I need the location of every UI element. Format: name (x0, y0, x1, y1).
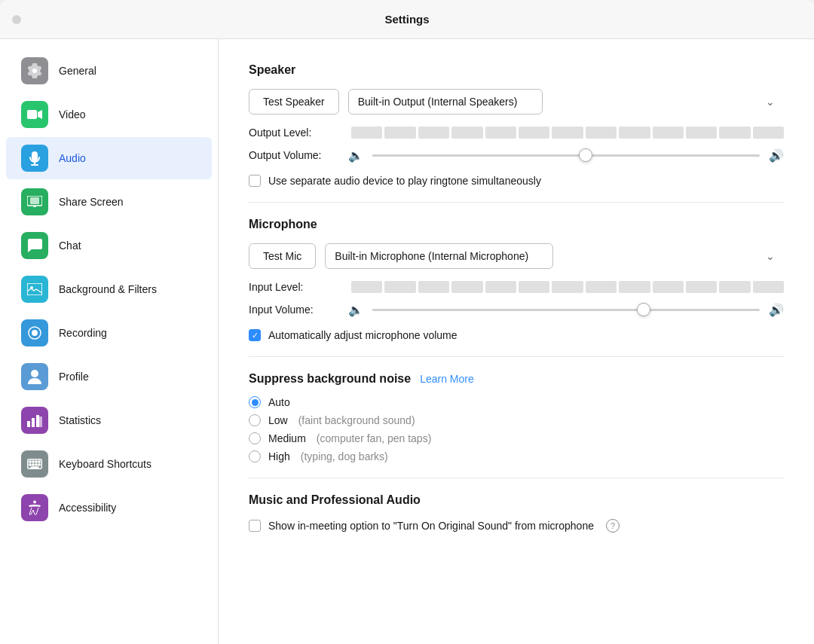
noise-option-high[interactable]: High (typing, dog barks) (249, 450, 784, 462)
output-level-bars (351, 127, 784, 139)
input-bar-7 (552, 281, 583, 293)
sidebar-label-keyboard: Keyboard Shortcuts (59, 458, 151, 470)
sidebar-item-keyboard[interactable]: Keyboard Shortcuts (6, 443, 212, 485)
svg-rect-18 (32, 464, 34, 465)
suppress-header: Suppress background noise Learn More (249, 372, 784, 386)
input-bar-10 (653, 281, 684, 293)
speaker-title: Speaker (249, 63, 784, 77)
radio-low-label: Low (268, 414, 288, 426)
radio-medium-desc: (computer fan, pen taps) (317, 432, 432, 444)
input-bar-1 (351, 281, 382, 293)
sidebar-item-background[interactable]: Background & Filters (6, 268, 212, 310)
original-sound-label: Show in-meeting option to "Turn On Origi… (268, 520, 594, 532)
window-title: Settings (384, 13, 429, 26)
original-sound-checkbox[interactable] (249, 520, 261, 532)
sidebar-label-accessibility: Accessibility (59, 502, 116, 514)
noise-option-medium[interactable]: Medium (computer fan, pen taps) (249, 432, 784, 444)
output-level-label: Output Level: (249, 127, 339, 139)
svg-rect-8 (27, 421, 30, 427)
input-level-row: Input Level: (249, 281, 784, 293)
mic-select-wrapper: Built-in Microphone (Internal Microphone… (325, 243, 784, 269)
main-content: Speaker Test Speaker Built-in Output (In… (219, 39, 814, 644)
speaker-select[interactable]: Built-in Output (Internal Speakers) (348, 89, 543, 114)
input-slider-fill (372, 309, 644, 311)
radio-medium[interactable] (249, 432, 261, 444)
speaker-device-row: Test Speaker Built-in Output (Internal S… (249, 89, 784, 114)
svg-point-7 (31, 370, 38, 377)
settings-window: Settings General Video (0, 0, 814, 644)
input-volume-slider[interactable] (372, 302, 760, 317)
content-area: General Video Audio Share (0, 39, 814, 644)
noise-option-low[interactable]: Low (faint background sound) (249, 414, 784, 426)
sidebar-item-accessibility[interactable]: Accessibility (6, 487, 212, 529)
sidebar-item-audio[interactable]: Audio (6, 137, 212, 179)
speaker-select-wrapper: Built-in Output (Internal Speakers) (348, 89, 784, 114)
general-icon (21, 57, 48, 84)
profile-icon (21, 363, 48, 390)
sidebar-label-recording: Recording (59, 327, 107, 339)
titlebar: Settings (0, 0, 814, 39)
output-volume-slider[interactable] (372, 148, 760, 163)
svg-rect-15 (35, 461, 37, 462)
input-bar-6 (519, 281, 549, 293)
auto-adjust-checkbox[interactable]: ✓ (249, 329, 261, 341)
input-volume-label: Input Volume: (249, 304, 339, 316)
input-bar-11 (686, 281, 717, 293)
sidebar-label-chat: Chat (59, 240, 81, 252)
accessibility-icon (21, 494, 48, 521)
section-separator (249, 202, 784, 203)
window-close-dot[interactable] (12, 15, 21, 24)
level-bar-9 (619, 127, 650, 139)
sidebar-item-general[interactable]: General (6, 50, 212, 92)
input-bar-9 (619, 281, 650, 293)
level-bar-13 (753, 127, 784, 139)
volume-high-icon: 🔊 (769, 148, 784, 163)
sidebar-label-profile: Profile (59, 371, 89, 383)
slider-track (372, 154, 760, 157)
radio-high-label: High (268, 450, 290, 462)
video-icon (21, 101, 48, 128)
sidebar-label-statistics: Statistics (59, 414, 101, 426)
svg-point-6 (32, 330, 38, 336)
question-icon[interactable]: ? (606, 519, 620, 533)
svg-point-22 (33, 501, 36, 504)
test-speaker-button[interactable]: Test Speaker (249, 89, 339, 114)
sidebar-item-chat[interactable]: Chat (6, 224, 212, 267)
sharescreen-icon (21, 188, 48, 215)
sidebar-item-statistics[interactable]: Statistics (6, 399, 212, 441)
radio-low[interactable] (249, 414, 261, 426)
svg-rect-20 (38, 464, 40, 465)
keyboard-icon (21, 450, 48, 478)
level-bar-3 (418, 127, 449, 139)
microphone-section: Microphone Test Mic Built-in Microphone … (249, 218, 784, 341)
radio-auto[interactable] (249, 396, 261, 408)
separate-audio-checkbox[interactable] (249, 175, 261, 187)
level-bar-2 (384, 127, 415, 139)
separate-audio-row: Use separate audio device to play ringto… (249, 175, 784, 187)
noise-option-auto[interactable]: Auto (249, 396, 784, 408)
sidebar-item-recording[interactable]: Recording (6, 312, 212, 354)
level-bar-11 (686, 127, 717, 139)
svg-rect-2 (30, 197, 39, 204)
sidebar-label-video: Video (59, 108, 86, 121)
svg-rect-13 (29, 461, 31, 462)
sidebar-item-video[interactable]: Video (6, 93, 212, 136)
radio-high[interactable] (249, 450, 261, 462)
input-volume-row: Input Volume: 🔈 🔊 (249, 302, 784, 317)
sidebar: General Video Audio Share (0, 39, 219, 644)
input-bar-12 (719, 281, 750, 293)
level-bar-1 (351, 127, 382, 139)
auto-adjust-row: ✓ Automatically adjust microphone volume (249, 329, 784, 341)
auto-adjust-label: Automatically adjust microphone volume (268, 329, 457, 341)
test-mic-button[interactable]: Test Mic (249, 243, 316, 269)
original-sound-row: Show in-meeting option to "Turn On Origi… (249, 519, 784, 533)
output-volume-label: Output Volume: (249, 149, 339, 161)
sidebar-item-profile[interactable]: Profile (6, 356, 212, 398)
separate-audio-label: Use separate audio device to play ringto… (268, 175, 541, 187)
mic-select[interactable]: Built-in Microphone (Internal Microphone… (325, 243, 553, 269)
learn-more-link[interactable]: Learn More (420, 373, 474, 385)
sidebar-item-sharescreen[interactable]: Share Screen (6, 181, 212, 223)
input-bar-3 (418, 281, 449, 293)
sidebar-label-sharescreen: Share Screen (59, 196, 124, 208)
radio-high-desc: (typing, dog barks) (301, 450, 388, 462)
